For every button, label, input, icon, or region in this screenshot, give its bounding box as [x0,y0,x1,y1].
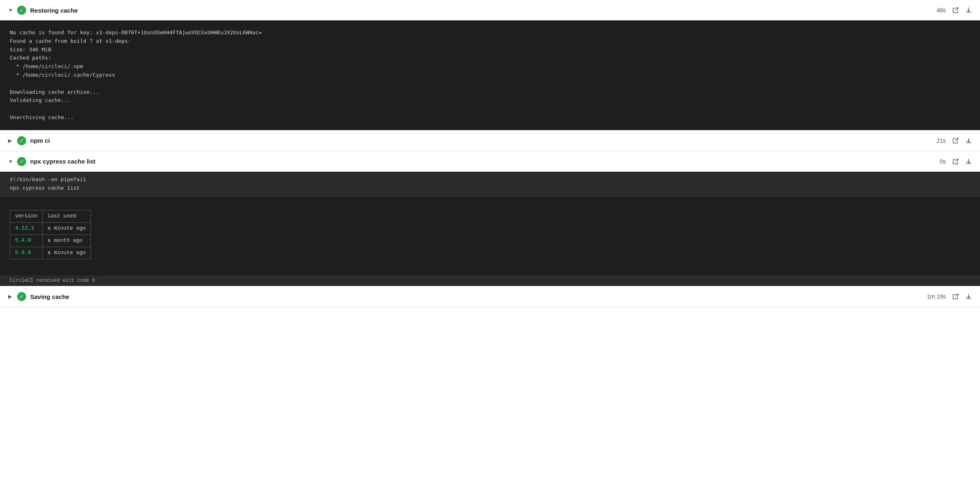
header-left-npm-ci: ▶ ✓ npm ci [8,136,50,145]
status-icon-npx-cypress: ✓ [17,157,26,166]
section-title-saving-cache: Saving cache [30,293,69,300]
table-header-version: version [10,210,43,223]
external-link-icon-npx-cypress[interactable] [952,158,959,165]
section-header-npm-ci[interactable]: ▶ ✓ npm ci 21s [0,131,980,151]
header-right-restoring-cache: 48s [925,7,972,13]
cache-table: version last used 4.12.1a minute ago5.4.… [10,210,91,259]
section-title-npx-cypress: npx cypress cache list [30,158,95,165]
table-row: 5.6.0a minute ago [10,247,91,259]
chevron-saving-cache: ▶ [8,294,13,299]
script-block-npx-cypress: #!/bin/bash -eo pipefail npx cypress cac… [0,172,980,197]
table-cell-last-used: a minute ago [42,247,91,259]
section-header-saving-cache[interactable]: ▶ ✓ Saving cache 1m 19s [0,286,980,307]
table-cell-last-used: a month ago [42,235,91,247]
download-icon-saving-cache[interactable] [965,293,972,300]
duration-saving-cache: 1m 19s [925,293,946,300]
status-icon-saving-cache: ✓ [17,292,26,301]
table-cell-version: 4.12.1 [10,223,43,235]
header-right-npm-ci: 21s [925,137,972,144]
external-link-icon-restoring-cache[interactable] [952,7,959,13]
script-line-2: npx cypress cache list [10,184,970,193]
table-header-row: version last used [10,210,91,223]
script-line-1: #!/bin/bash -eo pipefail [10,176,970,184]
header-right-saving-cache: 1m 19s [925,293,972,300]
table-header-last-used: last used [42,210,91,223]
header-right-npx-cypress: 0s [925,158,972,165]
download-icon-npm-ci[interactable] [965,137,972,144]
terminal-restoring-cache: No cache is found for key: v1-deps-D876T… [0,20,980,130]
section-header-restoring-cache[interactable]: ▼ ✓ Restoring cache 48s [0,0,980,20]
chevron-restoring-cache: ▼ [8,7,13,13]
duration-restoring-cache: 48s [925,7,946,13]
table-cell-last-used: a minute ago [42,223,91,235]
section-npm-ci: ▶ ✓ npm ci 21s [0,131,980,151]
duration-npm-ci: 21s [925,137,946,144]
header-left: ▼ ✓ Restoring cache [8,6,78,15]
section-restoring-cache: ▼ ✓ Restoring cache 48s No cache is fo [0,0,980,131]
table-row: 4.12.1a minute ago [10,223,91,235]
download-icon-restoring-cache[interactable] [965,7,972,13]
status-icon-restoring-cache: ✓ [17,6,26,15]
cache-table-container: version last used 4.12.1a minute ago5.4.… [10,210,91,259]
table-cell-version: 5.6.0 [10,247,43,259]
terminal-npx-cypress: version last used 4.12.1a minute ago5.4.… [0,197,980,275]
table-row: 5.4.0a month ago [10,235,91,247]
exit-code-bar: CircleCI received exit code 0 [0,275,980,286]
terminal-text-restoring-cache: No cache is found for key: v1-deps-D876T… [10,29,970,122]
table-cell-version: 5.4.0 [10,235,43,247]
exit-code-text: CircleCI received exit code 0 [10,278,95,283]
download-icon-npx-cypress[interactable] [965,158,972,165]
chevron-npm-ci: ▶ [8,138,13,144]
section-title-npm-ci: npm ci [30,137,50,144]
external-link-icon-npm-ci[interactable] [952,137,959,144]
duration-npx-cypress: 0s [925,158,946,165]
status-icon-npm-ci: ✓ [17,136,26,145]
chevron-npx-cypress: ▼ [8,159,13,164]
section-header-npx-cypress[interactable]: ▼ ✓ npx cypress cache list 0s [0,151,980,172]
header-left-saving-cache: ▶ ✓ Saving cache [8,292,69,301]
section-saving-cache: ▶ ✓ Saving cache 1m 19s [0,286,980,307]
section-npx-cypress-cache-list: ▼ ✓ npx cypress cache list 0s #!/bin/b [0,151,980,287]
section-title-restoring-cache: Restoring cache [30,7,78,14]
header-left-npx-cypress: ▼ ✓ npx cypress cache list [8,157,95,166]
external-link-icon-saving-cache[interactable] [952,293,959,300]
